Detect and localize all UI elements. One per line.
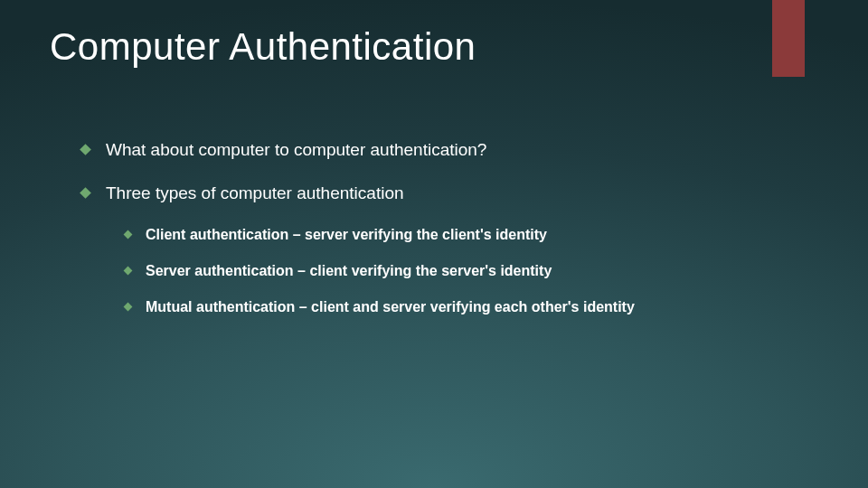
- sub-bullet-item: Mutual authentication – client and serve…: [125, 299, 814, 315]
- sub-bullet-item: Client authentication – server verifying…: [125, 227, 814, 243]
- bullet-text: What about computer to computer authenti…: [106, 140, 486, 160]
- slide-content: What about computer to computer authenti…: [81, 140, 814, 335]
- diamond-bullet-icon: [80, 187, 91, 199]
- slide: Computer Authentication What about compu…: [0, 0, 868, 488]
- bullet-item: What about computer to computer authenti…: [81, 140, 814, 160]
- diamond-bullet-icon: [124, 303, 133, 312]
- diamond-bullet-icon: [124, 230, 133, 239]
- sub-bullet-item: Server authentication – client verifying…: [125, 263, 814, 279]
- slide-title: Computer Authentication: [50, 25, 476, 69]
- accent-bar: [772, 0, 805, 77]
- sub-bullet-text: Server authentication – client verifying…: [146, 263, 552, 279]
- diamond-bullet-icon: [80, 144, 91, 155]
- sub-bullet-text: Mutual authentication – client and serve…: [146, 299, 635, 315]
- bullet-item: Three types of computer authentication: [81, 183, 814, 203]
- sub-bullet-text: Client authentication – server verifying…: [146, 227, 547, 243]
- sub-bullet-group: Client authentication – server verifying…: [81, 227, 814, 315]
- diamond-bullet-icon: [124, 267, 133, 276]
- bullet-text: Three types of computer authentication: [106, 183, 404, 203]
